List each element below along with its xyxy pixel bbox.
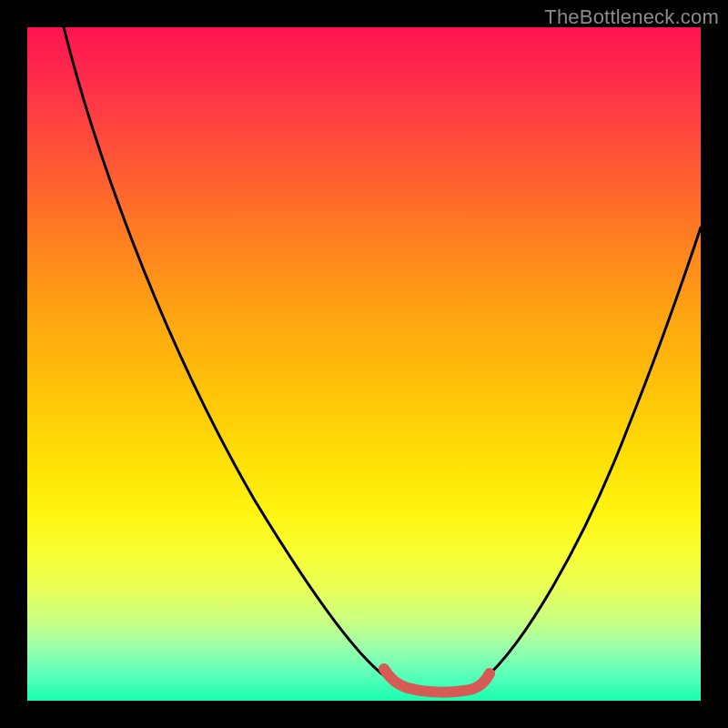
right-branch-curve	[482, 228, 701, 681]
watermark-text: TheBottleneck.com	[544, 5, 719, 29]
chart-frame: TheBottleneck.com	[0, 0, 728, 728]
left-branch-curve	[64, 27, 391, 681]
curve-overlay	[27, 27, 701, 701]
trough-highlight-curve	[384, 669, 490, 693]
plot-area	[27, 27, 701, 701]
